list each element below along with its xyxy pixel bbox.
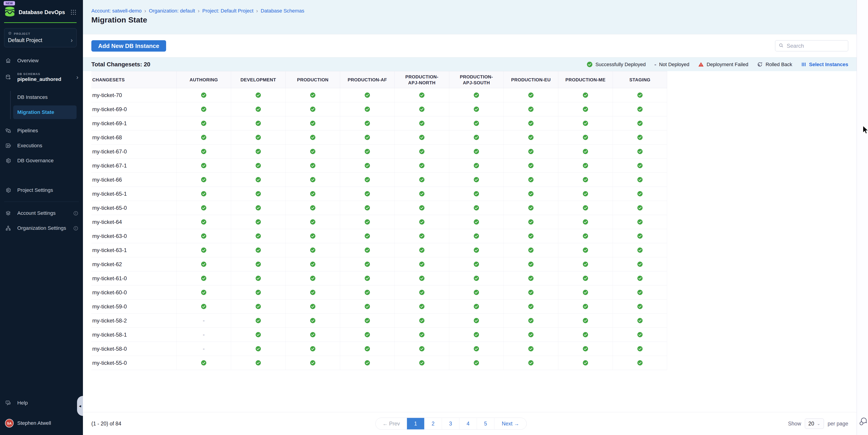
page-button-2[interactable]: 2 (424, 418, 442, 430)
check-circle-icon (528, 219, 534, 225)
info-icon[interactable] (73, 226, 79, 231)
main-content: Account: satwell-demo › Organization: de… (83, 0, 857, 435)
check-circle-icon (528, 346, 534, 351)
check-circle-icon (419, 219, 425, 225)
status-deployed (231, 130, 285, 144)
check-circle-icon (310, 191, 316, 196)
column-header-changesets: CHANGESETS (91, 71, 176, 88)
page-button-5[interactable]: 5 (477, 418, 494, 430)
check-circle-icon (365, 92, 370, 98)
status-deployed (340, 342, 395, 356)
status-deployed (449, 257, 503, 271)
check-circle-icon (473, 304, 479, 309)
check-circle-icon (528, 304, 534, 309)
check-circle-icon (583, 134, 588, 140)
page-button-3[interactable]: 3 (442, 418, 459, 430)
search-input[interactable] (787, 43, 845, 49)
status-deployed (613, 356, 667, 370)
check-circle-icon (637, 106, 643, 112)
status-deployed (613, 116, 667, 130)
user-menu[interactable]: SA Stephen Atwell (0, 416, 83, 431)
check-circle-icon (310, 318, 316, 323)
app-launcher-grid-icon[interactable] (70, 9, 77, 16)
sidebar-item-project-settings[interactable]: Project Settings (0, 183, 83, 198)
status-deployed (340, 130, 395, 144)
status-deployed (340, 356, 395, 370)
sidebar-item-migration-state[interactable]: Migration State (13, 105, 76, 119)
breadcrumb-account[interactable]: Account: satwell-demo (91, 8, 142, 14)
warning-triangle-icon (698, 61, 704, 67)
prev-page-button[interactable]: ← Prev (376, 418, 407, 430)
legend-rolled-back: Rolled Back (757, 61, 792, 67)
check-circle-icon (637, 360, 643, 366)
sidebar-item-db-governance[interactable]: DB Governance (0, 153, 83, 168)
sidebar-item-pipelines[interactable]: Pipelines (0, 123, 83, 138)
check-circle-icon (255, 346, 261, 351)
project-selector[interactable]: PROJECT Default Project › (4, 28, 76, 47)
check-circle-icon (583, 205, 588, 211)
avatar: SA (5, 419, 13, 428)
changeset-name: my-ticket-62 (91, 257, 176, 271)
status-deployed (231, 159, 285, 173)
status-deployed (176, 215, 231, 229)
check-circle-icon (201, 106, 207, 112)
page-title: Migration State (91, 15, 147, 24)
breadcrumb-organization[interactable]: Organization: default (149, 8, 195, 14)
table-header-row: CHANGESETS AUTHORING DEVELOPMENT PRODUCT… (91, 71, 667, 88)
breadcrumb-project[interactable]: Project: Default Project (202, 8, 253, 14)
status-deployed (613, 257, 667, 271)
check-circle-icon (419, 233, 425, 239)
sidebar-item-help[interactable]: ? Help (0, 396, 83, 410)
sidebar-collapse-handle[interactable]: ◀ (77, 396, 83, 416)
status-deployed (449, 229, 503, 243)
check-circle-icon (473, 205, 479, 211)
add-new-db-instance-button[interactable]: Add New DB Instance (91, 40, 166, 52)
check-circle-icon (528, 177, 534, 183)
status-deployed (558, 215, 613, 229)
check-circle-icon (583, 191, 588, 196)
sidebar-item-organization-settings[interactable]: Organization Settings (0, 221, 83, 236)
status-deployed (340, 257, 395, 271)
sidebar-item-account-settings[interactable]: Account Settings (0, 206, 83, 221)
check-circle-icon (365, 233, 370, 239)
info-icon[interactable] (73, 211, 79, 216)
collapse-arrow-icon: ◀ (79, 404, 81, 408)
check-circle-icon (528, 205, 534, 211)
sidebar-item-label: DB Governance (17, 158, 54, 164)
check-circle-icon (310, 106, 316, 112)
table-row: my-ticket-69-0 (91, 102, 667, 116)
sidebar-item-db-schemas[interactable]: DB SCHEMAS pipeline_authored › (0, 68, 83, 86)
status-deployed (340, 243, 395, 257)
sidebar-item-label: Organization Settings (17, 225, 66, 231)
changeset-name: my-ticket-63-0 (91, 229, 176, 243)
check-circle-icon (310, 289, 316, 295)
sidebar-item-overview[interactable]: Overview (0, 53, 83, 68)
scrollbar-strip[interactable] (857, 0, 868, 435)
status-deployed (449, 328, 503, 342)
changeset-name: my-ticket-58-2 (91, 314, 176, 328)
org-chart-icon (5, 225, 11, 231)
status-deployed (558, 159, 613, 173)
check-circle-icon (201, 163, 207, 168)
page-size-select[interactable]: 20 ⌄ (805, 418, 824, 429)
pipelines-icon (5, 128, 11, 134)
next-page-button[interactable]: Next → (494, 418, 526, 430)
page-button-4[interactable]: 4 (459, 418, 477, 430)
status-deployed (449, 314, 503, 328)
search-box[interactable] (775, 40, 848, 51)
check-circle-icon (528, 106, 534, 112)
status-deployed (558, 257, 613, 271)
sidebar-item-executions[interactable]: Executions (0, 138, 83, 153)
sidebar-item-db-instances[interactable]: DB Instances (13, 90, 76, 104)
status-deployed (503, 285, 558, 299)
chevron-right-icon: › (71, 37, 73, 43)
page-button-1[interactable]: 1 (407, 418, 424, 430)
select-instances-button[interactable]: Select Instances (801, 61, 848, 67)
check-circle-icon (528, 149, 534, 154)
breadcrumb-database-schemas[interactable]: Database Schemas (260, 8, 304, 14)
dash-icon: - (203, 317, 205, 324)
check-circle-icon (528, 191, 534, 196)
column-header-production-apj-south: PRODUCTION-APJ-SOUTH (449, 71, 503, 88)
chat-bubbles-icon[interactable] (859, 417, 868, 427)
check-circle-icon (583, 177, 588, 183)
